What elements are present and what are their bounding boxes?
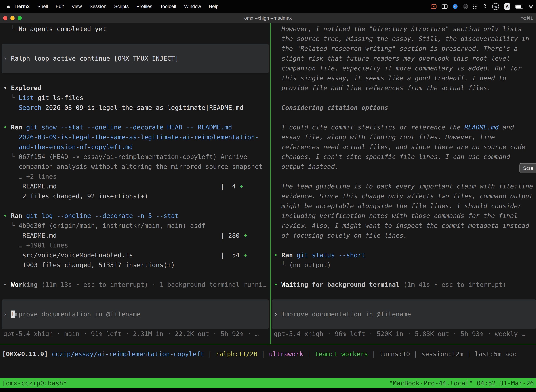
terminal-line: evidence. Since this change only affects…: [274, 191, 533, 201]
text-segment: and: [499, 124, 514, 131]
text-segment: Considering citation options: [274, 104, 388, 111]
text-segment: |: [368, 350, 379, 358]
omx-status-line: [OMX#0.11.9] cczip/essay/ai-reimplementa…: [2, 349, 517, 359]
menu-item-iterm2[interactable]: iTerm2: [10, 4, 34, 9]
terminal-line: changes, I can't cite specific file line…: [274, 152, 510, 162]
text-segment: 1903 files changed, 513517 insertions(+): [3, 261, 175, 269]
safari-icon[interactable]: [452, 4, 458, 9]
text-segment: evidence. Since this change only affects…: [274, 192, 533, 200]
menu-item-edit[interactable]: Edit: [52, 4, 68, 9]
menu-item-shell[interactable]: Shell: [34, 4, 52, 9]
app-circle-icon[interactable]: [463, 4, 468, 9]
text-segment: 2026-03-09-is-legal-the-same-as-legitima…: [3, 134, 259, 141]
screen-edge-tooltip: Scre: [519, 163, 536, 173]
text-segment: •: [3, 84, 11, 92]
battery-icon[interactable]: [515, 5, 523, 9]
menu-item-session[interactable]: Session: [86, 4, 110, 9]
left-pane[interactable]: └ No agents completed yet› Ralph loop ac…: [0, 23, 270, 344]
terminal-line: references need actual files, and since …: [274, 142, 525, 152]
terminal-line: • Ran git status --short: [274, 250, 365, 260]
menu-item-toolbelt[interactable]: Toolbelt: [156, 4, 180, 9]
menu-item-help[interactable]: Help: [205, 4, 222, 9]
text-segment: git show --stat --oneline --decorate HEA…: [22, 124, 232, 131]
terminal-line: of focusing solely on file lines.: [274, 231, 407, 240]
text-segment: +: [243, 232, 247, 239]
text-segment: ting for background terminal: [293, 281, 400, 288]
wifi-icon[interactable]: [528, 5, 534, 9]
text-segment: I: [11, 311, 15, 318]
terminal-line: However, I noticed the "Directory Struct…: [274, 24, 522, 34]
key-icon[interactable]: [483, 4, 487, 9]
menu-item-window[interactable]: Window: [180, 4, 205, 9]
text-segment: provide file and line references from th…: [274, 84, 491, 92]
omx-version: [OMX#0.11.9]: [2, 350, 48, 358]
model-status-line: gpt-5.4 xhigh · main · 91% left · 2.31M …: [3, 329, 259, 339]
text-segment: The team guideline is to back every impo…: [274, 183, 533, 190]
text-segment: the "Related research writing" section i…: [274, 45, 518, 52]
working-status-line: • Working (11m 13s • esc to interrupt) ·…: [3, 280, 266, 289]
text-segment: I could cite commit statistics or refere…: [274, 124, 464, 131]
text-segment: ›: [274, 311, 281, 318]
text-segment: slight risk that future readers may over…: [274, 55, 510, 62]
text-segment: └: [3, 25, 19, 33]
apple-menu[interactable]: [6, 4, 10, 9]
text-segment: [48, 350, 52, 358]
text-segment: Ralph loop active continue [OMX_TMUX_INJ…: [11, 55, 179, 62]
window-tiles-icon[interactable]: [442, 5, 448, 9]
menu-items: iTerm2ShellEditViewSessionScriptsProfile…: [10, 4, 222, 9]
text-segment: gpt-5.4 xhigh · 96% left · 520K in · 5.8…: [274, 330, 525, 337]
pane-divider-horizontal[interactable]: [0, 344, 536, 344]
text-segment: •: [3, 281, 11, 288]
screen-recording-icon[interactable]: [431, 4, 437, 9]
terminal-line: • Explored: [3, 83, 42, 93]
text-segment: •: [3, 124, 11, 131]
omx-session: session:12m: [421, 350, 463, 358]
text-segment: +: [243, 252, 247, 259]
text-segment: the source tree, missing the essay. Stil…: [274, 35, 529, 42]
text-segment: 2 files changed, 92 insertions(+): [3, 192, 148, 200]
text-segment: ›: [3, 311, 11, 318]
omx-turns: turns:10: [379, 350, 410, 358]
input-source-icon[interactable]: A: [504, 3, 510, 10]
text-segment: Wor: [11, 281, 22, 288]
right-pane[interactable]: However, I noticed the "Directory Struct…: [271, 23, 536, 344]
prompt-input[interactable]: › Improve documentation in @filename: [274, 309, 411, 319]
terminal-line: └ No agents completed yet: [3, 24, 106, 34]
text-segment: Ran: [11, 212, 22, 219]
text-segment: Wai: [281, 281, 293, 288]
text-segment: |: [303, 350, 315, 358]
text-segment: However, I noticed the "Directory Struct…: [274, 25, 522, 33]
terminal-line: 1903 files changed, 513517 insertions(+): [3, 260, 175, 270]
text-segment: README.md: [3, 232, 57, 239]
text-segment: Search: [19, 104, 42, 111]
menu-item-profiles[interactable]: Profiles: [133, 4, 156, 9]
tmux-host-clock: "MacBook-Pro-44.local" 04:52 31-Mar-26: [389, 379, 534, 387]
menu-item-view[interactable]: View: [68, 4, 86, 9]
terminal-line: including verification notes with those …: [274, 211, 518, 221]
omx-last: last:5m ago: [475, 350, 517, 358]
text-segment: … +1901 lines: [3, 242, 68, 249]
text-segment: including verification notes with those …: [274, 212, 518, 219]
terminal[interactable]: └ No agents completed yet› Ralph loop ac…: [0, 23, 536, 388]
text-segment: └: [3, 222, 19, 229]
terminal-line: and-the-erosion-of-copyleft.md: [3, 142, 133, 152]
text-segment: No agents completed yet: [19, 25, 106, 33]
terminal-line: 2 files changed, 92 insertions(+): [3, 191, 148, 201]
terminal-line: the "Related research writing" section i…: [274, 44, 518, 54]
tmux-session-window[interactable]: [omx-cczip0:bash*: [2, 379, 67, 387]
text-segment: companion file, especially if more comme…: [274, 65, 522, 72]
terminal-line: output instead.: [274, 162, 339, 172]
prompt-input[interactable]: › Improve documentation in @filename: [3, 309, 140, 319]
tmux-session-window: [omx-cczip0:bash*: [2, 379, 67, 387]
text-segment: README.md: [3, 183, 57, 190]
text-segment: Improve documentation in @filename: [281, 311, 411, 318]
cpu-badge-icon[interactable]: .61: [492, 3, 499, 10]
text-segment: of focusing solely on file lines.: [274, 232, 407, 239]
window-title-bar[interactable]: omx --xhigh --madmax ⌥⌘1: [0, 13, 536, 23]
terminal-line: • Ran git log --oneline --decorate -n 5 …: [3, 211, 179, 221]
text-segment: |: [258, 350, 269, 358]
text-segment: (11m 13s • esc to interrupt) · 1 backgro…: [38, 281, 266, 288]
dots-grid-icon[interactable]: [473, 4, 478, 9]
menu-item-scripts[interactable]: Scripts: [110, 4, 133, 9]
text-segment: gpt-5.4 xhigh · main · 91% left · 2.31M …: [3, 330, 259, 337]
